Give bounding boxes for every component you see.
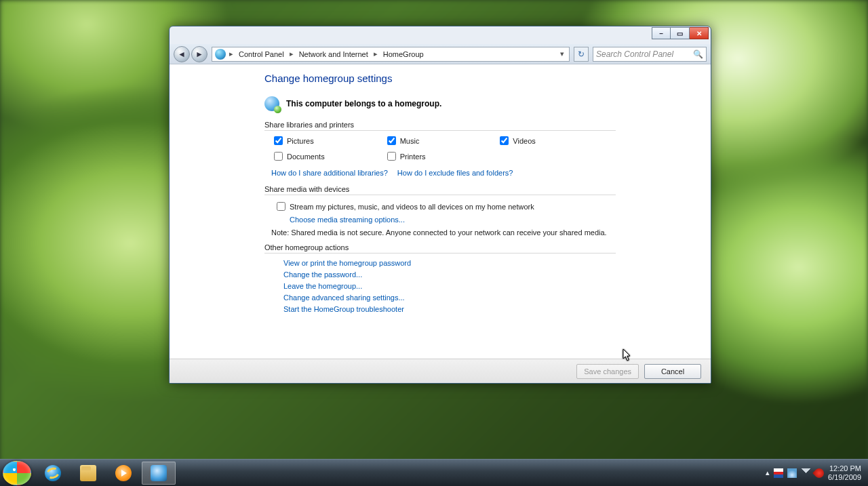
- breadcrumb-root[interactable]: Control Panel: [237, 49, 286, 60]
- explorer-nav-bar: ◄ ► ▸ Control Panel ▸ Network and Intern…: [170, 44, 711, 64]
- maximize-button[interactable]: ▭: [671, 27, 690, 39]
- dialog-footer: Save changes Cancel: [170, 359, 711, 383]
- link-view-password[interactable]: View or print the homegroup password: [283, 259, 616, 267]
- clock-time: 12:20 PM: [828, 464, 861, 472]
- system-tray: ▴ 12:20 PM 6/19/2009: [766, 464, 865, 481]
- taskbar-ie[interactable]: [36, 462, 70, 485]
- internet-explorer-icon: [45, 465, 61, 481]
- taskbar-control-panel[interactable]: [142, 462, 176, 485]
- window-caption-buttons: – ▭ ✕: [650, 26, 711, 40]
- section-other-actions: Other homegroup actions: [264, 243, 616, 254]
- section-share-media: Share media with devices: [264, 185, 616, 195]
- chevron-right-icon: ▸: [227, 49, 235, 58]
- checkbox-videos[interactable]: Videos: [500, 136, 606, 145]
- chevron-right-icon: ▸: [288, 49, 296, 58]
- checkbox-music[interactable]: Music: [387, 136, 494, 145]
- taskbar: ▴ 12:20 PM 6/19/2009: [0, 459, 868, 486]
- checkbox-printers[interactable]: Printers: [387, 152, 494, 161]
- back-button[interactable]: ◄: [174, 46, 190, 62]
- link-troubleshooter[interactable]: Start the HomeGroup troubleshooter: [283, 305, 616, 313]
- taskbar-explorer[interactable]: [71, 462, 105, 485]
- control-panel-icon: [151, 465, 167, 481]
- link-advanced-sharing[interactable]: Change advanced sharing settings...: [283, 293, 616, 302]
- homegroup-globe-icon: [264, 96, 279, 111]
- control-panel-window: – ▭ ✕ ◄ ► ▸ Control Panel ▸ Network and …: [169, 26, 711, 384]
- action-center-icon[interactable]: [774, 468, 783, 478]
- link-change-password[interactable]: Change the password...: [283, 270, 616, 279]
- breadcrumb-homegroup[interactable]: HomeGroup: [381, 49, 426, 60]
- minimize-button[interactable]: –: [652, 27, 671, 39]
- media-security-note: Note: Shared media is not secure. Anyone…: [264, 227, 616, 241]
- search-input[interactable]: Search Control Panel 🔍: [593, 47, 707, 62]
- link-stream-options[interactable]: Choose media streaming options...: [290, 216, 405, 224]
- page-content: Change homegroup settings This computer …: [170, 66, 711, 359]
- link-leave-homegroup[interactable]: Leave the homegroup...: [283, 282, 616, 290]
- volume-icon[interactable]: [801, 468, 810, 478]
- search-icon: 🔍: [693, 49, 703, 59]
- clock-date: 6/19/2009: [828, 473, 861, 481]
- cancel-button[interactable]: Cancel: [644, 364, 701, 379]
- homegroup-icon: [215, 49, 226, 60]
- breadcrumb-network[interactable]: Network and Internet: [297, 49, 370, 60]
- start-button[interactable]: [3, 461, 31, 485]
- save-changes-button[interactable]: Save changes: [576, 364, 639, 379]
- homegroup-status-text: This computer belongs to a homegroup.: [286, 99, 441, 108]
- checkbox-documents[interactable]: Documents: [274, 152, 380, 161]
- search-placeholder: Search Control Panel: [596, 49, 673, 59]
- chevron-right-icon: ▸: [372, 49, 380, 58]
- link-exclude-files[interactable]: How do I exclude files and folders?: [397, 169, 513, 177]
- file-explorer-icon: [80, 465, 96, 481]
- taskbar-clock[interactable]: 12:20 PM 6/19/2009: [828, 464, 861, 481]
- section-share-libraries: Share libraries and printers: [264, 121, 616, 131]
- page-title: Change homegroup settings: [264, 73, 616, 84]
- refresh-button[interactable]: ↻: [574, 47, 589, 62]
- checkbox-stream-media[interactable]: Stream my pictures, music, and videos to…: [277, 199, 616, 214]
- security-shield-icon[interactable]: [812, 466, 826, 480]
- taskbar-media-player[interactable]: [106, 462, 140, 485]
- checkbox-pictures[interactable]: Pictures: [274, 136, 380, 145]
- network-icon[interactable]: [787, 468, 797, 478]
- forward-button[interactable]: ►: [191, 46, 208, 62]
- link-share-additional[interactable]: How do I share additional libraries?: [271, 169, 388, 177]
- close-button[interactable]: ✕: [690, 27, 709, 39]
- media-player-icon: [115, 465, 132, 481]
- address-dropdown[interactable]: ▾: [558, 49, 566, 58]
- show-hidden-icons[interactable]: ▴: [766, 468, 770, 477]
- address-bar[interactable]: ▸ Control Panel ▸ Network and Internet ▸…: [212, 47, 570, 62]
